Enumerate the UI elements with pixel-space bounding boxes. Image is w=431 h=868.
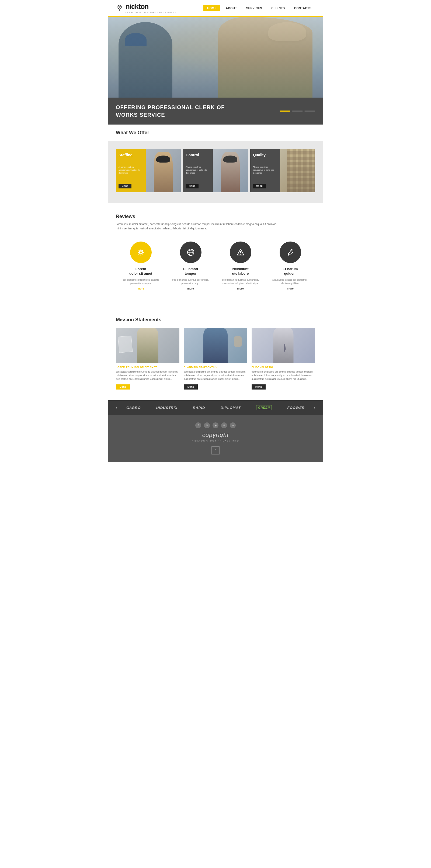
offer-control-img <box>213 149 248 192</box>
nav-about[interactable]: ABOUT <box>222 5 241 11</box>
offer-quality-img <box>280 149 315 192</box>
offer-cards-container: Staffing Al vero eos strea accusamus et … <box>108 141 323 203</box>
what-we-offer-title: What We Offer <box>108 125 323 135</box>
offer-staffing-desc: Al vero eos strea accusamus et iusto odo… <box>119 165 143 175</box>
review-item-1-title: Lorem dolor sit amet <box>121 267 160 276</box>
review-item-1-desc: odo digniamos ducimus qui tlanditis prae… <box>121 278 160 285</box>
footer: f N ◆ P in copyright NICKTON © 2014 PRIV… <box>108 415 323 462</box>
svg-line-22 <box>292 250 293 251</box>
svg-point-12 <box>140 251 142 253</box>
warning-icon <box>236 247 245 257</box>
review-item-4: Et harum quidem accusamus et iusto odo d… <box>265 239 315 293</box>
mission-btn-2[interactable]: MORE <box>184 384 198 390</box>
review-item-1: Lorem dolor sit amet odo digniamos ducim… <box>116 239 166 293</box>
svg-point-1 <box>119 6 120 7</box>
offer-control-btn[interactable]: MORE <box>186 184 199 188</box>
social-pinterest[interactable]: P <box>221 423 227 428</box>
social-network[interactable]: N <box>204 423 210 428</box>
footer-up-area: ⌃ <box>116 446 315 455</box>
mission-btn-3[interactable]: MORE <box>252 384 266 390</box>
what-we-offer-section: What We Offer Staffing Al vero eos strea… <box>108 125 323 203</box>
mission-worker-1 <box>137 328 158 363</box>
offer-quality-btn[interactable]: MORE <box>253 184 266 188</box>
svg-point-21 <box>288 254 289 255</box>
footer-social: f N ◆ P in <box>116 423 315 428</box>
nav-clients[interactable]: CLIENTS <box>267 5 289 11</box>
review-item-4-more[interactable]: more <box>271 287 310 290</box>
offer-control-title: Control <box>186 153 210 157</box>
hand-gesture <box>234 336 242 347</box>
mission-btn-1[interactable]: MORE <box>116 384 130 390</box>
mission-card-3: ELIGENDI OPTIO consectetur adipiscing el… <box>252 328 315 390</box>
review-icon-gear <box>130 242 152 263</box>
nav-home[interactable]: HOME <box>203 5 220 11</box>
offer-card-control: Control Al vero eos strea accusamus et i… <box>183 149 248 192</box>
mission-subtitle-2: BLANDITIS PRAESENTIUN <box>184 366 247 369</box>
mission-body-1: consectetur adipiscing elit, sed do eius… <box>116 370 179 381</box>
offer-staffing-img <box>146 149 181 192</box>
hero-dot-1[interactable] <box>279 111 290 112</box>
review-item-3-more[interactable]: more <box>221 287 260 290</box>
offer-staffing-btn[interactable]: MORE <box>119 184 131 188</box>
mission-card-2: BLANDITIS PRAESENTIUN consectetur adipis… <box>184 328 247 390</box>
social-rss[interactable]: ◆ <box>212 423 219 428</box>
hero-dot-3[interactable] <box>304 111 315 112</box>
hero-person-left <box>119 22 172 98</box>
spacer-1 <box>108 298 323 306</box>
main-nav: HOME ABOUT SERVICES CLIENTS CONTACTS <box>203 5 315 11</box>
review-item-1-more[interactable]: more <box>121 287 160 290</box>
hero-dots <box>279 111 315 112</box>
clients-next-arrow[interactable]: › <box>314 405 315 410</box>
mission-subtitle-1: LOREM PSUM DOLOR SIT AMET <box>116 366 179 369</box>
offer-card-staffing-left: Staffing Al vero eos strea accusamus et … <box>116 149 146 192</box>
logo-area: nickton CLERK OF WORKS SERVICES COMPANY <box>116 2 176 14</box>
review-item-2-title: Eiusmod tempor <box>171 267 210 276</box>
hero-caption: OFFERING PROFESSIONAL CLERK OF WORKS SER… <box>108 98 323 125</box>
review-item-4-title: Et harum quidem <box>271 267 310 276</box>
reviews-title: Reviews <box>116 214 315 219</box>
logo-icon <box>116 4 123 12</box>
mission-worker-3 <box>273 328 294 363</box>
client-logo-foower: FOOWER <box>288 406 305 410</box>
header: nickton CLERK OF WORKS SERVICES COMPANY … <box>108 0 323 17</box>
wrench-icon <box>286 247 295 257</box>
globe-icon <box>186 247 196 257</box>
logo-tagline: CLERK OF WORKS SERVICES COMPANY <box>126 11 176 14</box>
offer-card-staffing: Staffing Al vero eos strea accusamus et … <box>116 149 181 192</box>
nav-services[interactable]: SERVICES <box>242 5 266 11</box>
mission-grid: LOREM PSUM DOLOR SIT AMET consectetur ad… <box>116 328 315 390</box>
offer-card-control-left: Control Al vero eos strea accusamus et i… <box>183 149 213 192</box>
review-item-2: Eiusmod tempor odo digniamos ducimus qui… <box>166 239 216 293</box>
mission-body-3: consectetur adipiscing elit, sed do eius… <box>252 370 315 381</box>
social-facebook[interactable]: f <box>195 423 201 428</box>
client-logo-industrix: INDUSTRIX <box>156 406 177 410</box>
mission-section: Mission Statements LOREM PSUM DOLOR SIT … <box>108 306 323 400</box>
offer-helmet-2 <box>223 156 237 162</box>
review-item-4-desc: accusamus et iusto odo digniamos. ducimu… <box>271 278 310 285</box>
svg-line-11 <box>138 254 139 255</box>
nav-contacts[interactable]: CONTACTS <box>290 5 315 11</box>
scroll-to-top-btn[interactable]: ⌃ <box>211 446 220 455</box>
reviews-grid: Lorem dolor sit amet odo digniamos ducim… <box>116 239 315 293</box>
hero-image <box>108 17 323 98</box>
svg-line-8 <box>138 250 139 251</box>
review-item-3-title: Ncididunt ute labore <box>221 267 260 276</box>
blueprint-shape <box>118 336 133 353</box>
client-logo-gabro: GABRO <box>126 406 141 410</box>
svg-point-20 <box>240 254 241 255</box>
reviews-desc: Lorem ipsum dolor sit amet, consectetur … <box>116 222 277 231</box>
offer-card-quality: Quality Al vero eos strea accusamus et i… <box>250 149 315 192</box>
hero-dot-2[interactable] <box>292 111 303 112</box>
hero-background <box>108 17 323 98</box>
social-linkedin[interactable]: in <box>230 423 236 428</box>
offer-quality-desc: Al vero eos strea accusamus et iusto odo… <box>253 165 277 175</box>
client-logo-rapid: RAPID <box>193 406 205 410</box>
footer-copyright: copyright <box>116 432 315 439</box>
mission-title: Mission Statements <box>116 317 315 323</box>
review-icon-globe <box>180 242 201 263</box>
offer-cards-list: Staffing Al vero eos strea accusamus et … <box>116 149 315 192</box>
review-item-3: Ncididunt ute labore odo digniamos ducim… <box>216 239 265 293</box>
mission-card-1: LOREM PSUM DOLOR SIT AMET consectetur ad… <box>116 328 179 390</box>
review-icon-warning <box>230 242 251 263</box>
review-item-2-more[interactable]: more <box>171 287 210 290</box>
